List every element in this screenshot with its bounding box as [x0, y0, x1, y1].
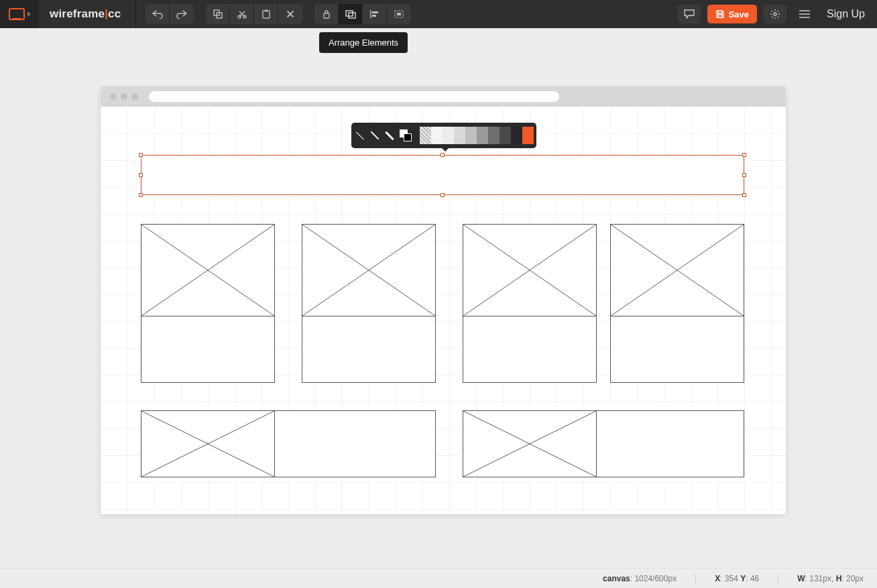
popup-arrow-icon	[441, 148, 449, 152]
undo-button[interactable]	[145, 4, 170, 24]
card-4[interactable]	[610, 224, 744, 383]
svg-rect-5	[265, 10, 268, 12]
canvas-stage	[101, 86, 786, 514]
url-bar	[149, 91, 559, 102]
resize-handle-tl[interactable]	[139, 153, 143, 157]
canvas-size: canvas: 1024/600px	[603, 574, 677, 583]
device-icon	[9, 8, 25, 20]
resize-handle-b[interactable]	[441, 193, 445, 197]
swatch-3[interactable]	[454, 127, 465, 144]
delete-button[interactable]	[278, 4, 302, 24]
redo-button[interactable]	[170, 4, 194, 24]
svg-rect-6	[324, 13, 329, 18]
wide-card-2[interactable]	[463, 410, 744, 477]
swatch-6[interactable]	[488, 127, 500, 144]
tooltip: Arrange Elements	[319, 32, 408, 53]
stroke-thin[interactable]	[354, 127, 366, 144]
toolbar-divider	[135, 0, 136, 28]
swatch-5[interactable]	[477, 127, 488, 144]
brand-logo[interactable]: wireframe|cc	[50, 7, 121, 21]
image-placeholder	[463, 410, 597, 477]
stroke-medium[interactable]	[369, 127, 381, 144]
swatch-1[interactable]	[431, 127, 443, 144]
distribute-button[interactable]	[387, 4, 411, 24]
status-divider	[695, 574, 696, 583]
card-3[interactable]	[463, 224, 597, 383]
image-placeholder	[302, 224, 436, 316]
cut-button[interactable]	[230, 4, 254, 24]
save-icon	[715, 9, 725, 19]
image-placeholder	[141, 224, 275, 316]
right-toolbar: Save Sign Up	[678, 5, 877, 23]
paste-button[interactable]	[254, 4, 278, 24]
swatch-accent[interactable]	[522, 127, 534, 144]
card-1[interactable]	[141, 224, 275, 383]
image-placeholder	[141, 410, 275, 477]
brand-right: cc	[108, 7, 121, 20]
swatch-8[interactable]	[511, 127, 522, 144]
device-selector[interactable]	[0, 0, 39, 28]
traffic-light-max	[131, 93, 138, 100]
status-divider	[778, 574, 778, 583]
swatch-7[interactable]	[500, 127, 511, 144]
svg-rect-11	[372, 15, 376, 17]
svg-rect-10	[372, 11, 378, 13]
cursor-xy: X: 354 Y: 46	[715, 574, 759, 583]
canvas-area[interactable]	[101, 107, 786, 514]
swatch-2[interactable]	[443, 127, 454, 144]
svg-rect-8	[349, 13, 355, 18]
stroke-thick[interactable]	[384, 127, 396, 144]
selected-element[interactable]	[141, 155, 744, 195]
traffic-light-close	[110, 93, 117, 100]
card-2[interactable]	[302, 224, 436, 383]
history-group	[145, 4, 194, 24]
settings-button[interactable]	[764, 5, 786, 23]
fill-toggle[interactable]	[398, 127, 413, 144]
signup-link[interactable]: Sign Up	[827, 8, 865, 20]
resize-handle-tr[interactable]	[742, 153, 746, 157]
arrange-group	[314, 4, 411, 24]
svg-rect-13	[397, 13, 401, 15]
resize-handle-bl[interactable]	[139, 193, 143, 197]
swatch-hatch[interactable]	[420, 127, 431, 144]
traffic-light-min	[121, 93, 127, 100]
menu-button[interactable]	[793, 5, 816, 23]
save-button[interactable]: Save	[707, 5, 757, 23]
lock-button[interactable]	[314, 4, 339, 24]
style-popup[interactable]	[351, 123, 536, 148]
top-toolbar: wireframe|cc	[0, 0, 877, 28]
swatch-row	[420, 127, 534, 144]
align-left-button[interactable]	[363, 4, 387, 24]
resize-handle-br[interactable]	[742, 193, 746, 197]
svg-rect-4	[263, 11, 270, 18]
svg-point-14	[774, 13, 776, 15]
resize-handle-l[interactable]	[139, 173, 143, 177]
element-size: W: 131px, H: 20px	[797, 574, 864, 583]
copy-button[interactable]	[206, 4, 230, 24]
resize-handle-r[interactable]	[742, 173, 746, 177]
image-placeholder	[463, 224, 597, 316]
chevron-right-icon	[27, 11, 31, 17]
swatch-4[interactable]	[465, 127, 477, 144]
image-placeholder	[610, 224, 744, 316]
brand-left: wireframe	[50, 7, 105, 20]
wide-card-1[interactable]	[141, 410, 436, 477]
browser-titlebar	[101, 86, 786, 107]
svg-rect-7	[346, 11, 353, 16]
status-bar: canvas: 1024/600px X: 354 Y: 46 W: 131px…	[0, 568, 877, 588]
comment-button[interactable]	[678, 5, 701, 23]
save-label: Save	[729, 9, 749, 19]
edit-group	[206, 4, 302, 24]
arrange-elements-button[interactable]	[339, 4, 363, 24]
resize-handle-t[interactable]	[441, 153, 445, 157]
